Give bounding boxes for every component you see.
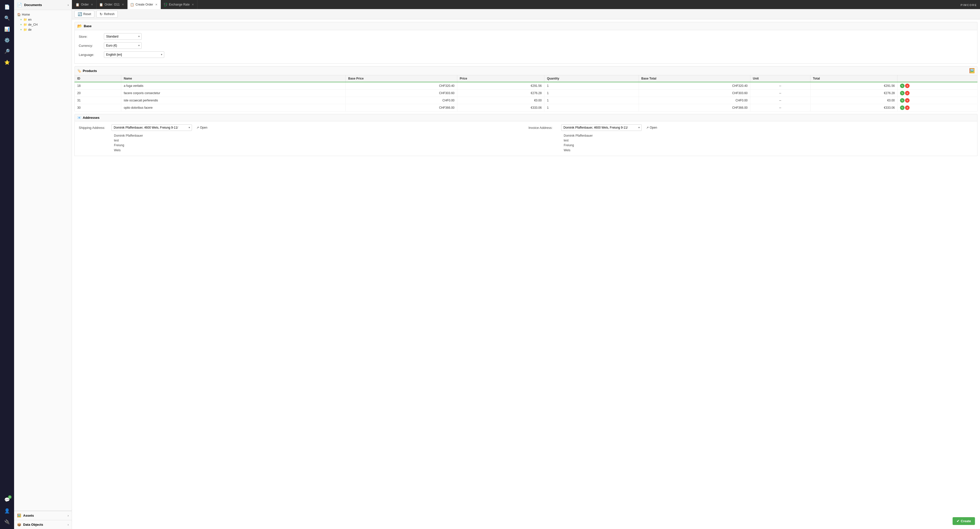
col-id: ID — [75, 75, 121, 82]
row-edit-button[interactable]: ✎ — [900, 98, 905, 103]
cell-unit: -- — [750, 89, 810, 97]
shipping-open-label: Open — [200, 126, 207, 129]
tab-create-order-close[interactable]: ✕ — [155, 3, 158, 6]
currency-select[interactable]: Euro (€) — [104, 42, 142, 49]
documents-panel: 📄 Documents › 🏠 Home + 📁 en + 📁 de_CH + … — [14, 0, 72, 529]
documents-panel-icon: 📄 — [17, 3, 22, 7]
invoice-label: Invoice Address: — [528, 126, 559, 130]
panel-collapse-arrow[interactable]: › — [68, 3, 69, 7]
tab-create-order[interactable]: 📋 Create Order ✕ — [127, 0, 161, 9]
base-section-header: 📂 Base — [75, 22, 977, 30]
tab-order-label: Order — [81, 3, 89, 6]
cell-quantity: 1 — [544, 104, 639, 112]
col-unit: Unit — [750, 75, 810, 82]
tab-order-o11-close[interactable]: ✕ — [121, 3, 125, 6]
tab-order-o11[interactable]: 📋 Order: O11 ✕ — [97, 0, 127, 9]
cell-total: €291.56 — [810, 82, 897, 89]
panel-footer-assets[interactable]: 🖼️ Assets › — [14, 511, 72, 520]
cell-total: €0.00 — [810, 97, 897, 104]
col-base-price: Base Price — [345, 75, 457, 82]
col-actions — [897, 75, 977, 82]
refresh-button[interactable]: ↻ Refresh — [96, 11, 118, 18]
sidebar-icon-documents[interactable]: 📄 — [2, 2, 12, 12]
tab-exchange-rate[interactable]: 💱 Exchange Rate ✕ — [161, 0, 197, 9]
tree-item-de-ch-label: de_CH — [28, 23, 38, 26]
addresses-section-icon: 📧 — [77, 116, 81, 120]
table-row: 18 a fuga veritatis CHF320.40 €291.56 1 … — [75, 82, 977, 89]
invoice-select[interactable]: Dominik Pfaffenbauer, 4600 Wels, Freiung… — [561, 124, 642, 131]
cell-id: 20 — [75, 89, 121, 97]
products-table: ID Name Base Price Price Quantity Base T… — [75, 75, 977, 112]
row-edit-button[interactable]: ✎ — [900, 91, 905, 96]
tree-item-de[interactable]: + 📁 de — [14, 27, 72, 32]
cell-name: facere corporis consectetur — [121, 89, 345, 97]
refresh-icon: ↻ — [100, 12, 103, 16]
cell-total: €333.06 — [810, 104, 897, 112]
cell-price: €333.06 — [457, 104, 544, 112]
language-select-wrapper: English [en] — [104, 51, 164, 58]
folder-icon-en: 📁 — [23, 18, 27, 21]
cell-price: €276.28 — [457, 89, 544, 97]
products-section-header: 🏷️ Products 🖼️ — [75, 66, 977, 75]
tab-exchange-rate-close[interactable]: ✕ — [191, 3, 195, 6]
sidebar-icon-chat[interactable]: 💬 3 — [2, 495, 12, 505]
row-edit-button[interactable]: ✎ — [900, 84, 905, 88]
sidebar: 📄 🔍 📊 ⚙️ 🔎 ⭐ 💬 3 👤 🔌 — [0, 0, 14, 529]
cell-base-total: CHF0.00 — [639, 97, 750, 104]
col-quantity: Quantity — [544, 75, 639, 82]
tree-item-home[interactable]: 🏠 Home — [14, 12, 72, 17]
cell-actions: ✎ ✕ — [897, 82, 977, 89]
shipping-select[interactable]: Dominik Pfaffenbauer, 4600 Wels, Freiung… — [111, 124, 192, 131]
col-base-total: Base Total — [639, 75, 750, 82]
table-row: 20 facere corporis consectetur CHF303.60… — [75, 89, 977, 97]
create-label: Create — [961, 519, 971, 523]
products-table-header-row: ID Name Base Price Price Quantity Base T… — [75, 75, 977, 82]
cell-name: iste occaecati perferendis — [121, 97, 345, 104]
language-select[interactable]: English [en] — [104, 51, 164, 58]
tree-item-home-label: Home — [22, 13, 30, 16]
create-btn-area: ✔ Create — [953, 517, 975, 525]
tree-item-de-ch[interactable]: + 📁 de_CH — [14, 22, 72, 27]
assets-arrow: › — [68, 514, 69, 518]
tab-order[interactable]: 📋 Order ✕ — [73, 0, 97, 9]
create-button[interactable]: ✔ Create — [953, 517, 975, 525]
cell-unit: -- — [750, 82, 810, 89]
tab-order-close[interactable]: ✕ — [90, 3, 94, 6]
sidebar-icon-star[interactable]: ⭐ — [2, 57, 12, 67]
cell-unit: -- — [750, 104, 810, 112]
tree-item-en[interactable]: + 📁 en — [14, 17, 72, 22]
sidebar-icon-search2[interactable]: 🔎 — [2, 46, 12, 56]
tab-create-order-icon: 📋 — [130, 3, 134, 6]
row-delete-button[interactable]: ✕ — [905, 84, 910, 88]
products-add-icon[interactable]: 🖼️ — [969, 68, 975, 73]
reset-button[interactable]: 🔄 Reset — [75, 11, 94, 18]
invoice-detail-name: Dominik Pfaffenbauer — [564, 133, 973, 138]
sidebar-icon-search[interactable]: 🔍 — [2, 13, 12, 23]
sidebar-icon-settings[interactable]: ⚙️ — [2, 35, 12, 45]
store-row: Store: Standard — [79, 33, 973, 40]
sidebar-icon-user[interactable]: 👤 — [2, 506, 12, 516]
panel-footer-data-objects[interactable]: 📦 Data Objects › — [14, 520, 72, 529]
invoice-open-label: Open — [650, 126, 657, 129]
row-delete-button[interactable]: ✕ — [905, 98, 910, 103]
table-row: 31 iste occaecati perferendis CHF0.00 €0… — [75, 97, 977, 104]
row-delete-button[interactable]: ✕ — [905, 91, 910, 96]
address-dropdowns-row: Shipping Address: Dominik Pfaffenbauer, … — [79, 124, 973, 131]
cell-base-price: CHF0.00 — [345, 97, 457, 104]
col-price: Price — [457, 75, 544, 82]
invoice-open-button[interactable]: ↗ Open — [644, 125, 659, 131]
row-delete-button[interactable]: ✕ — [905, 105, 910, 110]
sidebar-icon-analytics[interactable]: 📊 — [2, 24, 12, 34]
shipping-open-button[interactable]: ↗ Open — [194, 125, 209, 131]
panel-header: 📄 Documents › — [14, 0, 72, 10]
currency-row: Currency: Euro (€) — [79, 42, 973, 49]
store-select[interactable]: Standard — [104, 33, 142, 40]
data-objects-arrow: › — [68, 523, 69, 526]
folder-icon-de-ch: 📁 — [23, 23, 27, 26]
sidebar-icon-plugin[interactable]: 🔌 — [2, 517, 12, 527]
cell-base-price: CHF303.60 — [345, 89, 457, 97]
refresh-label: Refresh — [104, 12, 115, 16]
tab-order-o11-label: Order: O11 — [105, 3, 120, 6]
assets-label: Assets — [23, 514, 34, 518]
row-edit-button[interactable]: ✎ — [900, 105, 905, 110]
